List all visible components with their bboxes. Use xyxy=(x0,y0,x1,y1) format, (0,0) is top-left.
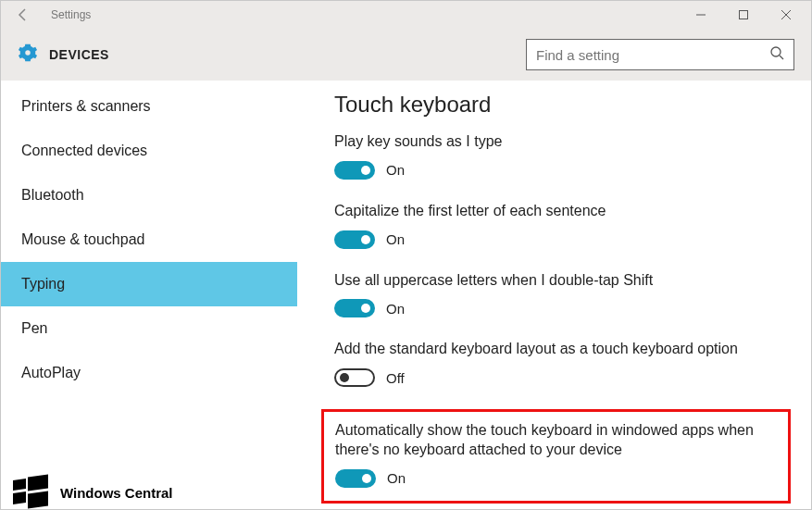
toggle-state: On xyxy=(386,301,405,317)
toggle-switch[interactable] xyxy=(334,161,375,180)
sidebar-item-label: Pen xyxy=(21,320,47,337)
toggle-state: On xyxy=(387,470,406,486)
sidebar-item-connected-devices[interactable]: Connected devices xyxy=(1,129,297,173)
setting-auto-show-keyboard: Automatically show the touch keyboard in… xyxy=(335,421,777,488)
sidebar: Printers & scanners Connected devices Bl… xyxy=(1,81,297,510)
setting-uppercase-shift: Use all uppercase letters when I double-… xyxy=(334,271,789,318)
sidebar-item-label: Bluetooth xyxy=(21,187,84,204)
window-title: Settings xyxy=(42,8,91,21)
watermark-text: Windows Central xyxy=(60,485,173,501)
minimize-button[interactable] xyxy=(680,1,722,29)
main-content: Touch keyboard Play key sounds as I type… xyxy=(297,81,811,510)
sidebar-item-typing[interactable]: Typing xyxy=(1,262,297,306)
header: DEVICES xyxy=(1,29,811,81)
toggle-switch[interactable] xyxy=(334,299,375,317)
sidebar-item-label: Mouse & touchpad xyxy=(21,231,144,248)
setting-label: Capitalize the first letter of each sent… xyxy=(334,202,789,221)
svg-point-2 xyxy=(25,50,31,56)
toggle-switch[interactable] xyxy=(334,368,375,387)
close-button[interactable] xyxy=(765,1,807,29)
setting-standard-keyboard-layout: Add the standard keyboard layout as a to… xyxy=(334,340,789,387)
page-title: Touch keyboard xyxy=(334,92,789,118)
toggle-state: On xyxy=(386,162,405,178)
highlighted-setting-box: Automatically show the touch keyboard in… xyxy=(321,409,791,504)
setting-label: Add the standard keyboard layout as a to… xyxy=(334,340,789,359)
search-icon xyxy=(769,45,784,64)
setting-label: Play key sounds as I type xyxy=(334,132,789,152)
toggle-state: On xyxy=(386,231,405,247)
setting-label: Use all uppercase letters when I double-… xyxy=(334,271,789,291)
sidebar-item-bluetooth[interactable]: Bluetooth xyxy=(1,173,297,218)
svg-line-4 xyxy=(780,56,783,59)
svg-rect-1 xyxy=(740,11,748,19)
sidebar-item-pen[interactable]: Pen xyxy=(1,306,297,351)
sidebar-item-label: Typing xyxy=(21,276,65,292)
toggle-switch[interactable] xyxy=(334,230,375,249)
setting-label: Automatically show the touch keyboard in… xyxy=(335,421,777,460)
settings-window: Settings DEVICES Printers & scanners Con… xyxy=(0,0,812,510)
windows-logo-icon xyxy=(10,476,51,509)
gear-icon xyxy=(18,43,38,67)
maximize-button[interactable] xyxy=(722,1,765,29)
toggle-switch[interactable] xyxy=(335,469,376,488)
section-title: DEVICES xyxy=(49,47,109,62)
watermark: Windows Central xyxy=(10,476,173,509)
search-input[interactable] xyxy=(536,47,769,63)
sidebar-item-label: AutoPlay xyxy=(21,365,81,381)
setting-play-key-sounds: Play key sounds as I type On xyxy=(334,132,789,180)
sidebar-item-mouse-touchpad[interactable]: Mouse & touchpad xyxy=(1,218,297,262)
sidebar-item-label: Connected devices xyxy=(21,143,147,159)
search-box[interactable] xyxy=(526,39,794,70)
toggle-state: Off xyxy=(386,370,405,386)
svg-point-3 xyxy=(771,47,781,56)
sidebar-item-printers[interactable]: Printers & scanners xyxy=(1,84,297,129)
sidebar-item-label: Printers & scanners xyxy=(21,98,151,115)
sidebar-item-autoplay[interactable]: AutoPlay xyxy=(1,351,297,395)
back-button[interactable] xyxy=(5,7,42,22)
titlebar: Settings xyxy=(1,1,811,29)
setting-capitalize-first: Capitalize the first letter of each sent… xyxy=(334,202,789,249)
